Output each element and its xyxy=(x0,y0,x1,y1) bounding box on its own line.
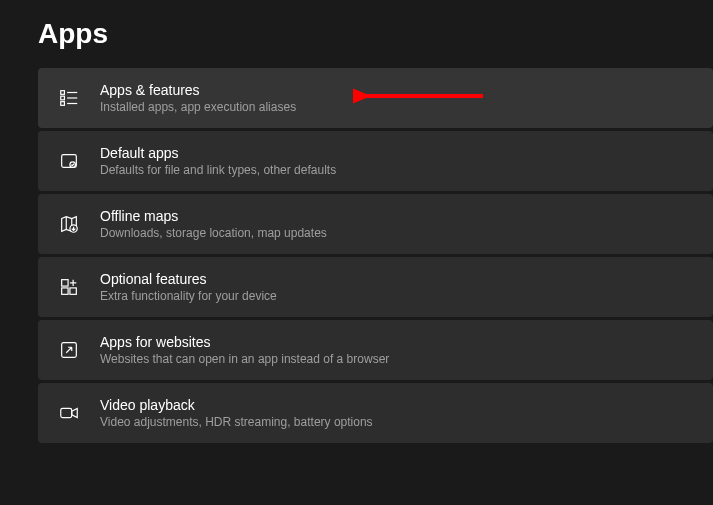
item-text: Video playback Video adjustments, HDR st… xyxy=(100,397,373,429)
svg-rect-2 xyxy=(61,102,65,106)
item-subtitle: Websites that can open in an app instead… xyxy=(100,352,389,366)
settings-list: Apps & features Installed apps, app exec… xyxy=(0,68,713,443)
item-title: Default apps xyxy=(100,145,336,161)
optional-features-icon xyxy=(58,276,80,298)
settings-item-offline-maps[interactable]: Offline maps Downloads, storage location… xyxy=(38,194,713,254)
settings-item-video-playback[interactable]: Video playback Video adjustments, HDR st… xyxy=(38,383,713,443)
settings-item-apps-websites[interactable]: Apps for websites Websites that can open… xyxy=(38,320,713,380)
item-subtitle: Downloads, storage location, map updates xyxy=(100,226,327,240)
item-text: Default apps Defaults for file and link … xyxy=(100,145,336,177)
svg-rect-1 xyxy=(61,96,65,100)
item-text: Offline maps Downloads, storage location… xyxy=(100,208,327,240)
svg-rect-13 xyxy=(62,280,68,286)
apps-features-icon xyxy=(58,87,80,109)
svg-rect-0 xyxy=(61,91,65,95)
item-subtitle: Defaults for file and link types, other … xyxy=(100,163,336,177)
offline-maps-icon xyxy=(58,213,80,235)
svg-rect-14 xyxy=(62,288,68,294)
item-subtitle: Extra functionality for your device xyxy=(100,289,277,303)
svg-rect-15 xyxy=(70,288,76,294)
settings-item-default-apps[interactable]: Default apps Defaults for file and link … xyxy=(38,131,713,191)
item-title: Video playback xyxy=(100,397,373,413)
settings-item-apps-features[interactable]: Apps & features Installed apps, app exec… xyxy=(38,68,713,128)
apps-websites-icon xyxy=(58,339,80,361)
svg-rect-19 xyxy=(61,408,72,417)
item-text: Apps for websites Websites that can open… xyxy=(100,334,389,366)
item-title: Optional features xyxy=(100,271,277,287)
item-title: Offline maps xyxy=(100,208,327,224)
settings-item-optional-features[interactable]: Optional features Extra functionality fo… xyxy=(38,257,713,317)
item-text: Apps & features Installed apps, app exec… xyxy=(100,82,296,114)
item-title: Apps for websites xyxy=(100,334,389,350)
item-title: Apps & features xyxy=(100,82,296,98)
video-playback-icon xyxy=(58,402,80,424)
default-apps-icon xyxy=(58,150,80,172)
annotation-arrow xyxy=(353,81,488,115)
item-subtitle: Video adjustments, HDR streaming, batter… xyxy=(100,415,373,429)
item-text: Optional features Extra functionality fo… xyxy=(100,271,277,303)
page-title: Apps xyxy=(0,0,713,68)
item-subtitle: Installed apps, app execution aliases xyxy=(100,100,296,114)
